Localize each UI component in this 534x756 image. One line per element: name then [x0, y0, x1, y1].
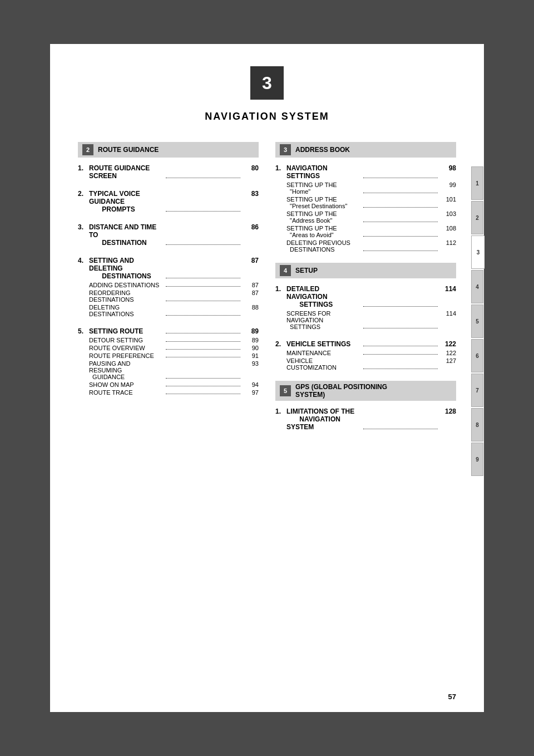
toc-sub: VEHICLE CUSTOMIZATION 127 [275, 357, 456, 371]
toc-item-main: 1. ROUTE GUIDANCE SCREEN 80 [78, 164, 259, 180]
toc-sub: SETTING UP THE "Areas to Avoid" 108 [275, 225, 456, 238]
toc-sub: DELETING DESTINATIONS 88 [78, 304, 259, 317]
list-item: 1. DETAILED NAVIGATION SETTINGS 114 SCRE… [275, 285, 456, 330]
section-header-4: 4 SETUP [275, 263, 456, 278]
side-tab-8[interactable]: 8 [471, 408, 483, 441]
dots [166, 394, 241, 394]
item-label: TYPICAL VOICE GUIDANCE PROMPTS [89, 190, 164, 213]
side-tab-4[interactable]: 4 [471, 270, 483, 303]
sub-page: 87 [242, 289, 259, 303]
toc-sub: ROUTE OVERVIEW 90 [78, 345, 259, 351]
sub-label: VEHICLE CUSTOMIZATION [286, 357, 362, 371]
section-number-5: 5 [280, 385, 291, 396]
side-tab-2[interactable]: 2 [471, 201, 483, 234]
side-tab-9[interactable]: 9 [471, 443, 483, 476]
item-page: 114 [439, 285, 456, 308]
toc-sub: SETTING UP THE "Preset Destinations" 101 [275, 196, 456, 209]
sub-page: 112 [439, 239, 456, 253]
item-number: 1. [275, 285, 286, 308]
item-label: SETTING ROUTE [89, 327, 164, 335]
toc-sub: DELETING PREVIOUS DESTINATIONS 112 [275, 239, 456, 253]
section-label-3: ADDRESS BOOK [295, 146, 350, 154]
sub-label: MAINTENANCE [286, 350, 362, 356]
side-tab-7[interactable]: 7 [471, 374, 483, 407]
toc-sub: ROUTE PREFERENCE 91 [78, 352, 259, 359]
item-page: 87 [242, 257, 259, 280]
sub-page: 122 [439, 350, 456, 356]
toc-sub: MAINTENANCE 122 [275, 350, 456, 356]
sub-page: 103 [439, 210, 456, 224]
sub-label: ADDING DESTINATIONS [89, 282, 164, 288]
toc-item-main: 3. DISTANCE AND TIME TO DESTINATION 86 [78, 223, 259, 247]
toc-sub: DETOUR SETTING 89 [78, 337, 259, 343]
toc-sub: ADDING DESTINATIONS 87 [78, 282, 259, 288]
sub-label: SETTING UP THE "Preset Destinations" [286, 196, 362, 209]
side-tab-6[interactable]: 6 [471, 339, 483, 372]
item-number: 5. [78, 327, 89, 335]
sub-label: SHOW ON MAP [89, 381, 164, 388]
toc-sub: SCREENS FOR NAVIGATION SETTINGS 114 [275, 310, 456, 330]
list-item: 4. SETTING AND DELETING DESTINATIONS 87 … [78, 257, 259, 317]
side-tab-3[interactable]: 3 [471, 235, 484, 269]
sub-page: 101 [439, 196, 456, 209]
item-number: 1. [275, 408, 286, 431]
section-gps: 5 GPS (GLOBAL POSITIONINGSYSTEM) 1. LIMI… [275, 381, 456, 431]
dots [363, 236, 438, 237]
dots [166, 333, 241, 333]
item-label: LIMITATIONS OF THE NAVIGATION SYSTEM [286, 408, 362, 431]
toc-item-main: 5. SETTING ROUTE 89 [78, 327, 259, 335]
sub-label: SETTING UP THE "Areas to Avoid" [286, 225, 362, 238]
dots [363, 346, 438, 346]
item-page: 89 [242, 327, 259, 335]
sub-page: 91 [242, 352, 259, 359]
toc-item-main: 4. SETTING AND DELETING DESTINATIONS 87 [78, 257, 259, 280]
item-number: 4. [78, 257, 89, 280]
side-tab-1[interactable]: 1 [471, 166, 483, 200]
dots [166, 244, 241, 245]
sub-page: 90 [242, 345, 259, 351]
dots [363, 354, 438, 355]
dots [363, 222, 438, 222]
toc-sub: SETTING UP THE "Address Book" 103 [275, 210, 456, 224]
sub-label: PAUSING AND RESUMING GUIDANCE [89, 360, 164, 380]
section-number-4: 4 [280, 265, 291, 276]
toc-sub: SHOW ON MAP 94 [78, 381, 259, 388]
toc-item-main: 2. TYPICAL VOICE GUIDANCE PROMPTS 83 [78, 190, 259, 213]
sub-page: 94 [242, 381, 259, 388]
toc-item-main: 1. DETAILED NAVIGATION SETTINGS 114 [275, 285, 456, 308]
dots [363, 178, 438, 178]
item-page: 128 [439, 408, 456, 431]
dots [363, 429, 438, 429]
sub-page: 127 [439, 357, 456, 371]
list-item: 1. LIMITATIONS OF THE NAVIGATION SYSTEM … [275, 408, 456, 431]
item-number: 1. [78, 164, 89, 180]
side-tab-5[interactable]: 5 [471, 305, 483, 338]
sub-label: SETTING UP THE "Address Book" [286, 210, 362, 224]
section-number-2: 2 [82, 144, 93, 155]
dots [166, 357, 241, 357]
chapter-number: 3 [262, 73, 272, 94]
sub-label: SCREENS FOR NAVIGATION SETTINGS [286, 310, 362, 330]
item-number: 3. [78, 223, 89, 247]
dots [166, 378, 241, 379]
dots [166, 341, 241, 342]
dots [166, 178, 241, 178]
section-header-5: 5 GPS (GLOBAL POSITIONINGSYSTEM) [275, 381, 456, 401]
toc-item-main: 1. LIMITATIONS OF THE NAVIGATION SYSTEM … [275, 408, 456, 431]
section-label-5: GPS (GLOBAL POSITIONINGSYSTEM) [295, 383, 387, 399]
item-page: 122 [439, 340, 456, 348]
sub-label: DETOUR SETTING [89, 337, 164, 343]
dots [166, 211, 241, 212]
sub-label: ROUTE TRACE [89, 389, 164, 396]
item-label: VEHICLE SETTINGS [286, 340, 362, 348]
toc-sub: SETTING UP THE "Home" 99 [275, 181, 456, 195]
item-number: 2. [78, 190, 89, 213]
chapter-title: NAVIGATION SYSTEM [78, 111, 456, 122]
item-label: DISTANCE AND TIME TO DESTINATION [89, 223, 164, 247]
section-address-book: 3 ADDRESS BOOK 1. NAVIGATION SETTINGS 98… [275, 142, 456, 253]
section-number-3: 3 [280, 144, 291, 155]
dots [363, 193, 438, 193]
page: 3 NAVIGATION SYSTEM 2 ROUTE GUIDANCE 1. … [50, 44, 484, 712]
dots [363, 369, 438, 369]
item-number: 1. [275, 164, 286, 180]
